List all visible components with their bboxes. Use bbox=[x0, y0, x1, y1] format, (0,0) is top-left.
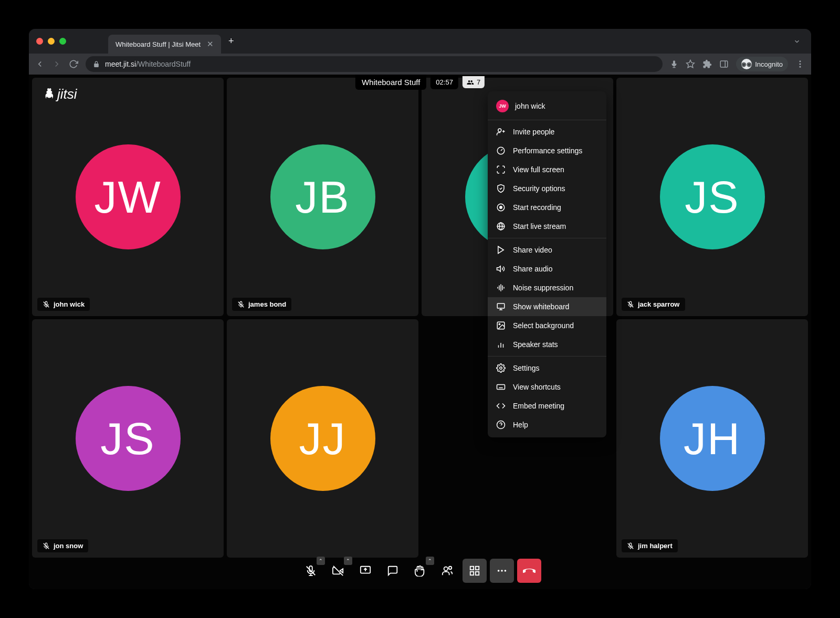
camera-options-arrow[interactable]: ⌃ bbox=[344, 557, 352, 565]
help-icon bbox=[496, 420, 506, 430]
meeting-timer: 02:57 bbox=[430, 75, 458, 89]
record-icon bbox=[496, 203, 506, 212]
perf-icon bbox=[496, 146, 506, 155]
extensions-button[interactable] bbox=[702, 59, 712, 69]
panel-button[interactable] bbox=[719, 59, 729, 69]
participant-tile[interactable]: JJ bbox=[227, 319, 418, 558]
jitsi-logo: jitsi bbox=[43, 86, 77, 102]
menu-item-shareaudio[interactable]: Share audio bbox=[488, 259, 606, 278]
participant-tile[interactable]: JHjim halpert bbox=[616, 319, 808, 558]
sharevideo-icon bbox=[496, 245, 506, 255]
nav-forward-button[interactable] bbox=[52, 59, 61, 69]
stats-icon bbox=[496, 340, 506, 349]
browser-tab[interactable]: Whiteboard Stuff | Jitsi Meet ✕ bbox=[108, 35, 221, 54]
svg-point-3 bbox=[800, 60, 801, 62]
participant-avatar: JS bbox=[660, 144, 765, 249]
participant-tile[interactable]: JWjohn wick bbox=[32, 78, 224, 316]
close-window-button[interactable] bbox=[36, 38, 43, 45]
svg-rect-48 bbox=[476, 572, 479, 575]
mic-permission-icon[interactable] bbox=[670, 60, 678, 68]
participant-name-tag: jim halpert bbox=[622, 539, 678, 552]
menu-item-sharevideo[interactable]: Share video bbox=[488, 240, 606, 259]
incognito-label: Incognito bbox=[755, 60, 783, 68]
share-screen-button[interactable] bbox=[353, 559, 377, 583]
svg-point-11 bbox=[498, 129, 501, 132]
browser-window: Whiteboard Stuff | Jitsi Meet ✕ + meet.j… bbox=[29, 29, 811, 589]
more-actions-button[interactable] bbox=[490, 559, 514, 583]
meeting-name-label: Whiteboard Stuff bbox=[355, 75, 426, 90]
url-input[interactable]: meet.jit.si/WhiteboardStuff bbox=[86, 56, 663, 72]
participant-avatar: JH bbox=[660, 386, 765, 491]
menu-item-invite[interactable]: Invite people bbox=[488, 122, 606, 141]
chat-button[interactable] bbox=[381, 559, 405, 583]
menu-item-record[interactable]: Start recording bbox=[488, 198, 606, 217]
tab-overflow-button[interactable] bbox=[793, 38, 801, 45]
menu-item-background[interactable]: Select background bbox=[488, 316, 606, 335]
menu-item-perf[interactable]: Performance settings bbox=[488, 141, 606, 160]
svg-point-51 bbox=[505, 570, 507, 572]
browser-titlebar: Whiteboard Stuff | Jitsi Meet ✕ + bbox=[29, 29, 811, 54]
tile-view-button[interactable] bbox=[463, 559, 487, 583]
participants-button[interactable] bbox=[435, 559, 459, 583]
menu-item-embed[interactable]: Embed meeting bbox=[488, 396, 606, 415]
raise-hand-button[interactable]: ⌃ bbox=[408, 559, 432, 583]
menu-item-stats[interactable]: Speaker stats bbox=[488, 335, 606, 354]
svg-rect-45 bbox=[470, 567, 474, 570]
mic-toggle-button[interactable]: ⌃ bbox=[299, 559, 323, 583]
menu-item-fullscreen[interactable]: View full screen bbox=[488, 160, 606, 179]
participant-count-button[interactable]: 7 bbox=[463, 76, 485, 88]
new-tab-button[interactable]: + bbox=[228, 36, 234, 47]
svg-point-50 bbox=[501, 570, 503, 572]
shareaudio-icon bbox=[496, 264, 506, 274]
maximize-window-button[interactable] bbox=[59, 38, 66, 45]
minimize-window-button[interactable] bbox=[48, 38, 55, 45]
invite-icon bbox=[496, 127, 506, 137]
bookmark-button[interactable] bbox=[686, 59, 695, 69]
svg-rect-47 bbox=[470, 572, 474, 575]
menu-item-help[interactable]: Help bbox=[488, 415, 606, 434]
incognito-badge[interactable]: ◉◉ Incognito bbox=[736, 57, 788, 71]
svg-marker-19 bbox=[497, 266, 501, 272]
menu-item-whiteboard[interactable]: Show whiteboard bbox=[488, 297, 606, 316]
menu-item-livestream[interactable]: Start live stream bbox=[488, 217, 606, 236]
svg-rect-1 bbox=[720, 61, 728, 67]
browser-address-bar: meet.jit.si/WhiteboardStuff ◉◉ Incognito bbox=[29, 54, 811, 75]
nav-reload-button[interactable] bbox=[69, 59, 78, 69]
security-icon bbox=[496, 184, 506, 193]
menu-separator bbox=[488, 356, 606, 357]
participant-avatar: JJ bbox=[270, 386, 375, 491]
nav-back-button[interactable] bbox=[35, 59, 45, 69]
livestream-icon bbox=[496, 222, 506, 231]
hangup-button[interactable] bbox=[517, 559, 541, 583]
menu-profile-row[interactable]: JW john wick bbox=[488, 95, 606, 118]
meeting-toolbar: ⌃ ⌃ ⌃ bbox=[299, 559, 541, 583]
svg-point-31 bbox=[500, 367, 502, 370]
reactions-arrow[interactable]: ⌃ bbox=[426, 557, 434, 565]
svg-rect-25 bbox=[497, 303, 505, 308]
svg-point-5 bbox=[800, 66, 801, 68]
menu-item-security[interactable]: Security options bbox=[488, 179, 606, 198]
svg-point-4 bbox=[800, 64, 801, 65]
participant-tile[interactable]: JSjack sparrow bbox=[616, 78, 808, 316]
participant-tile[interactable]: JSjon snow bbox=[32, 319, 224, 558]
close-tab-button[interactable]: ✕ bbox=[207, 39, 214, 49]
menu-item-noise[interactable]: Noise suppression bbox=[488, 278, 606, 297]
jitsi-app: jitsi Whiteboard Stuff 02:57 7 JWjohn wi… bbox=[29, 75, 811, 589]
noise-icon bbox=[496, 283, 506, 292]
participant-tile[interactable]: JBjames bond bbox=[227, 78, 418, 316]
participant-avatar: JS bbox=[76, 386, 181, 491]
participant-avatar: JB bbox=[270, 144, 375, 249]
menu-item-settings[interactable]: Settings bbox=[488, 359, 606, 378]
url-text: meet.jit.si/WhiteboardStuff bbox=[105, 60, 191, 68]
mic-options-arrow[interactable]: ⌃ bbox=[317, 557, 325, 565]
participant-grid: JWjohn wickJBjames bondJSjack sparrowJSj… bbox=[29, 75, 811, 589]
svg-point-16 bbox=[500, 206, 502, 209]
browser-menu-button[interactable] bbox=[795, 59, 805, 69]
svg-point-44 bbox=[449, 567, 452, 570]
shortcuts-icon bbox=[496, 382, 506, 392]
meeting-header: Whiteboard Stuff 02:57 7 bbox=[355, 75, 485, 90]
camera-toggle-button[interactable]: ⌃ bbox=[326, 559, 350, 583]
participant-name-tag: james bond bbox=[232, 298, 291, 311]
menu-item-shortcuts[interactable]: View shortcuts bbox=[488, 378, 606, 396]
profile-name: john wick bbox=[515, 102, 545, 110]
